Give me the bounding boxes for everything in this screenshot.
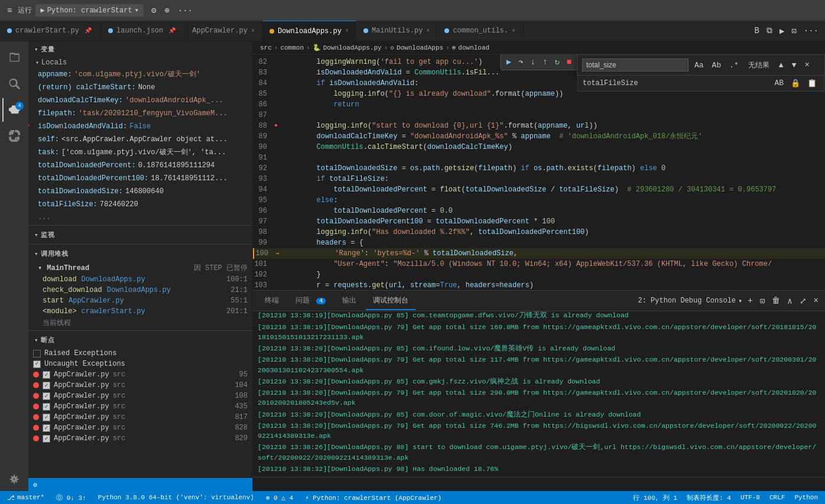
- broadcast-icon[interactable]: ⊕: [163, 4, 171, 17]
- panel-split-icon[interactable]: ⊡: [758, 294, 766, 308]
- debug-step-over-icon[interactable]: ↷: [517, 55, 525, 69]
- breakpoints-section-header[interactable]: ▾ 断点: [28, 332, 252, 348]
- dropdown-lock-icon[interactable]: 🔒: [788, 77, 803, 89]
- var-totalDownloadedPercent[interactable]: totalDownloadedPercent: 0.18761418951112…: [28, 159, 252, 172]
- panel-chevron-up-icon[interactable]: ∧: [785, 294, 794, 308]
- bp-cb-108[interactable]: ✓: [43, 392, 50, 400]
- var-more[interactable]: ...: [28, 211, 252, 224]
- status-sync[interactable]: ⓪ 0↓ 3↑: [54, 493, 89, 502]
- var-self[interactable]: self: <src.AppCrawler.AppCrawler object …: [28, 133, 252, 146]
- watch-section-header[interactable]: ▾ 监视: [28, 227, 252, 243]
- bp-raised-exceptions[interactable]: Raised Exceptions: [28, 348, 252, 359]
- panel-close-icon[interactable]: ×: [812, 294, 820, 307]
- panel-add-icon[interactable]: +: [746, 294, 754, 307]
- tab-pin-launch[interactable]: 📌: [167, 25, 177, 36]
- activity-search[interactable]: [2, 72, 26, 96]
- search-input[interactable]: [582, 58, 688, 71]
- status-python[interactable]: Python 3.8.0 64-bit ('venv': virtualenv): [96, 494, 256, 501]
- search-next-icon[interactable]: ▼: [790, 60, 799, 71]
- debug-stop-icon[interactable]: ■: [565, 56, 573, 69]
- var-totalDownloadedSize[interactable]: totalDownloadedSize: 146800640: [28, 185, 252, 198]
- tab-mainutils[interactable]: MainUtils.py ×: [356, 21, 437, 41]
- panel-tab-problems[interactable]: 问题 4: [288, 292, 333, 310]
- panel-tab-debug-console[interactable]: 调试控制台: [366, 292, 415, 310]
- status-position[interactable]: 行 100, 列 1: [631, 493, 680, 502]
- tab-close-mainutils[interactable]: ×: [426, 28, 430, 34]
- activity-extensions[interactable]: [2, 124, 26, 148]
- tab-commonutils[interactable]: common_utils. ×: [437, 21, 523, 41]
- bp-appcrawler-829[interactable]: ✓ AppCrawler.py src 829: [28, 433, 252, 444]
- status-line-ending[interactable]: CRLF: [767, 493, 787, 502]
- panel-content[interactable]: [201210 13:38:19][DownloadApps.py 79] Ge…: [253, 311, 825, 477]
- variables-section-header[interactable]: ▾ 变量: [28, 41, 252, 57]
- search-dropdown-item-totalFileSize[interactable]: totalFileSize AB 🔒 📋: [578, 76, 824, 91]
- bp-appcrawler-817[interactable]: ✓ AppCrawler.py src 817: [28, 412, 252, 422]
- dropdown-case-icon[interactable]: AB: [772, 77, 786, 89]
- more-icon[interactable]: ···: [176, 4, 194, 17]
- search-prev-icon[interactable]: ▲: [777, 60, 786, 71]
- status-errors[interactable]: ⊗ 0 △ 4: [264, 494, 295, 502]
- bp-appcrawler-435[interactable]: ✓ AppCrawler.py src 435: [28, 401, 252, 412]
- tab-close-appcrawler[interactable]: ×: [251, 28, 255, 34]
- tab-close-commonutils[interactable]: ×: [512, 28, 515, 34]
- var-filepath[interactable]: filepath: 'task/20201210_fengyun_VivoGam…: [28, 107, 252, 120]
- var-totalDownloadedPercent100[interactable]: totalDownloadedPercent100: 18.7614189511…: [28, 172, 252, 185]
- activity-files[interactable]: [2, 46, 26, 70]
- console-selector[interactable]: 2: Python Debug Console ▾: [638, 297, 742, 305]
- tab-downloadapps[interactable]: DownloadApps.py ×: [262, 21, 356, 41]
- bp-cb-95[interactable]: ✓: [43, 371, 50, 379]
- status-language[interactable]: Python: [792, 493, 820, 502]
- sidebar-settings-icon[interactable]: ⚙: [33, 481, 37, 489]
- breadcrumb-src[interactable]: src: [260, 44, 272, 51]
- debug-continue-icon[interactable]: ▶: [505, 55, 513, 69]
- editor-more-icon[interactable]: ···: [802, 24, 820, 37]
- search-close-btn[interactable]: ×: [802, 59, 811, 71]
- activity-settings[interactable]: [2, 467, 26, 491]
- search-regex-icon[interactable]: .*: [727, 60, 741, 71]
- activity-debug[interactable]: 4: [2, 98, 26, 122]
- locals-group[interactable]: ▾ Locals: [28, 57, 252, 68]
- bp-cb-828[interactable]: ✓: [43, 424, 50, 432]
- var-downloadCalcTimeKey[interactable]: downloadCalcTimeKey: 'downloadAndroidApk…: [28, 94, 252, 107]
- tab-launch[interactable]: launch.json 📌: [101, 21, 185, 41]
- editor-minimize-icon[interactable]: ⧉: [765, 24, 774, 37]
- tab-pin-crawlerStart[interactable]: 📌: [83, 25, 93, 36]
- bp-cb-435[interactable]: ✓: [43, 403, 50, 411]
- console-dropdown-icon[interactable]: ▾: [738, 297, 742, 305]
- tab-close-downloadapps[interactable]: ×: [345, 28, 349, 34]
- debug-restart-icon[interactable]: ↻: [553, 55, 561, 69]
- callstack-item-start[interactable]: start AppCrawler.py 55:1: [28, 295, 252, 306]
- debug-step-out-icon[interactable]: ↑: [541, 56, 549, 69]
- callstack-item-thread[interactable]: 当前线程: [28, 317, 252, 329]
- breadcrumb-method[interactable]: download: [458, 44, 489, 51]
- status-running[interactable]: ⚡ Python: crawlerStart (AppCrawler): [303, 494, 444, 502]
- bp-cb-104[interactable]: ✓: [43, 382, 50, 389]
- console-input[interactable]: [253, 477, 825, 491]
- bp-appcrawler-108[interactable]: ✓ AppCrawler.py src 108: [28, 391, 252, 401]
- breadcrumb-common[interactable]: common: [280, 44, 304, 51]
- status-branch[interactable]: ⎇ master*: [5, 494, 47, 502]
- callstack-item-module[interactable]: <module> crawlerStart.py 201:1: [28, 306, 252, 317]
- menu-icon[interactable]: ≡: [5, 4, 14, 18]
- status-encoding[interactable]: UTF-8: [738, 493, 762, 502]
- bp-appcrawler-828[interactable]: ✓ AppCrawler.py src 828: [28, 422, 252, 433]
- var-totalFileSize[interactable]: totalFileSize: 782460220: [28, 198, 252, 211]
- bp-appcrawler-95[interactable]: ✓ AppCrawler.py src 95: [28, 369, 252, 380]
- panel-tab-output[interactable]: 输出: [335, 292, 363, 310]
- run-config[interactable]: ▶ Python: crawlerStart ▾: [35, 4, 144, 17]
- tab-crawlerStart[interactable]: crawlerStart.py 📌: [0, 21, 101, 41]
- status-tabsize[interactable]: 制表符长度: 4: [684, 493, 733, 502]
- bp-cb-829[interactable]: ✓: [43, 435, 50, 443]
- panel-maximize-icon[interactable]: ⤢: [798, 294, 808, 308]
- panel-trash-icon[interactable]: 🗑: [770, 294, 782, 307]
- editor-split-icon[interactable]: B: [753, 24, 761, 37]
- search-word-icon[interactable]: Ab: [710, 60, 724, 71]
- breadcrumb-class[interactable]: DownloadApps: [397, 44, 443, 51]
- bp-uncaught-exceptions[interactable]: ✓ Uncaught Exceptions: [28, 359, 252, 369]
- dropdown-copy-icon[interactable]: 📋: [805, 77, 819, 89]
- panel-tab-terminal[interactable]: 终端: [258, 292, 286, 310]
- editor-layout-icon[interactable]: ⊡: [790, 24, 798, 38]
- callstack-section-header[interactable]: ▾ 调用堆栈: [28, 246, 252, 262]
- bp-uncaught-checkbox[interactable]: ✓: [33, 360, 41, 368]
- var-appname[interactable]: appname: 'com.u1game.ptyj.vivo/破天一剑': [28, 68, 252, 81]
